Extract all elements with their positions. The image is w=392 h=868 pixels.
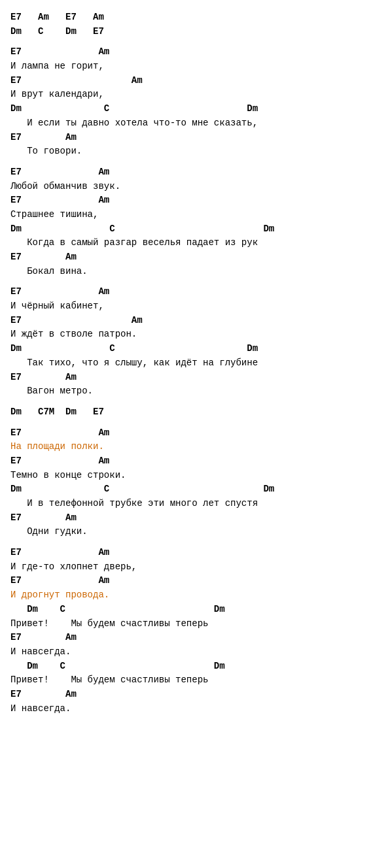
lyric-indent-line: И если ты давно хотела что-то мне сказат… (10, 116, 382, 131)
spacer (10, 420, 382, 426)
chord-line: Е7 Am (10, 454, 382, 469)
song-sheet: Е7 Am Е7 AmDm С Dm Е7 Е7 AmИ лампа не го… (10, 10, 382, 716)
lyric-line: Страшнее тишина, (10, 208, 382, 222)
spacer (10, 278, 382, 285)
spacer (10, 39, 382, 45)
lyric-highlight-line: И дрогнут провода. (10, 588, 382, 603)
chord-line: Е7 Am (10, 74, 382, 88)
lyric-line: Привет! Мы будем счастливы теперь (10, 617, 382, 631)
intro-chords: Е7 Am Е7 AmDm С Dm Е7 (10, 10, 382, 39)
spacer (10, 399, 382, 405)
lyric-line: И врут календари, (10, 88, 382, 102)
chord-line: Dm С Dm (10, 222, 382, 237)
lyric-line: И лампа не горит, (10, 59, 382, 74)
chord-line: Dm С7М Dm Е7 (10, 405, 382, 420)
lyric-line: Любой обманчив звук. (10, 180, 382, 194)
lyric-line: Темно в конце строки. (10, 469, 382, 483)
lyric-indent-line: То говори. (10, 144, 382, 159)
lyric-highlight-line: На площади полки. (10, 440, 382, 454)
section: Е7 AmИ где-то хлопнет дверь,Е7 AmИ дрогн… (10, 539, 382, 716)
lyric-indent-line: Бокал вина. (10, 265, 382, 279)
spacer (10, 159, 382, 165)
section: Dm С7М Dm Е7 (10, 399, 382, 420)
chord-line: Е7 Am (10, 165, 382, 180)
chord-line: Е7 Am (10, 574, 382, 588)
chord-line: Е7 Am (10, 371, 382, 385)
chord-line: Е7 Am (10, 511, 382, 526)
lyric-line: И где-то хлопнет дверь, (10, 560, 382, 575)
chord-line: Е7 Am (10, 631, 382, 645)
sections: Е7 AmИ лампа не горит,Е7 AmИ врут календ… (10, 39, 382, 716)
section: Е7 AmЛюбой обманчив звук.Е7 AmСтрашнее т… (10, 159, 382, 279)
chord-line: Е7 Am (10, 426, 382, 441)
chord-line: Е7 Am (10, 688, 382, 702)
spacer (10, 539, 382, 546)
lyric-line: И чёрный кабинет, (10, 299, 382, 314)
chord-line: Dm С Dm Е7 (10, 25, 382, 39)
lyric-indent-line: Одни гудки. (10, 525, 382, 539)
chord-line: Е7 Am (10, 546, 382, 560)
lyric-line: И навсегда. (10, 702, 382, 716)
lyric-indent-line: Вагон метро. (10, 384, 382, 399)
chord-line: Е7 Am (10, 131, 382, 145)
lyric-line: И навсегда. (10, 645, 382, 659)
section: Е7 AmНа площади полки.Е7 AmТемно в конце… (10, 420, 382, 540)
section: Е7 AmИ чёрный кабинет,Е7 AmИ ждёт в ство… (10, 278, 382, 399)
lyric-line: Привет! Мы будем счастливы теперь (10, 673, 382, 688)
section: Е7 AmИ лампа не горит,Е7 AmИ врут календ… (10, 39, 382, 159)
lyric-indent-line: Когда в самый разгар веселья падает из р… (10, 236, 382, 250)
lyric-indent-line: Так тихо, что я слышу, как идёт на глуби… (10, 356, 382, 371)
chord-line: Е7 Am (10, 314, 382, 328)
chord-line: Dm С Dm (10, 102, 382, 116)
chord-line: Dm С Dm (10, 342, 382, 356)
chord-line: Dm С Dm (10, 659, 382, 674)
chord-line: Е7 Am Е7 Am (10, 10, 382, 25)
chord-line: Е7 Am (10, 285, 382, 299)
chord-line: Dm С Dm (10, 482, 382, 497)
chord-line: Е7 Am (10, 250, 382, 265)
lyric-line: И ждёт в стволе патрон. (10, 327, 382, 342)
chord-line: Е7 Am (10, 193, 382, 208)
lyric-indent-line: И в телефонной трубке эти много лет спус… (10, 497, 382, 511)
chord-line: Dm С Dm (10, 603, 382, 617)
chord-line: Е7 Am (10, 45, 382, 59)
